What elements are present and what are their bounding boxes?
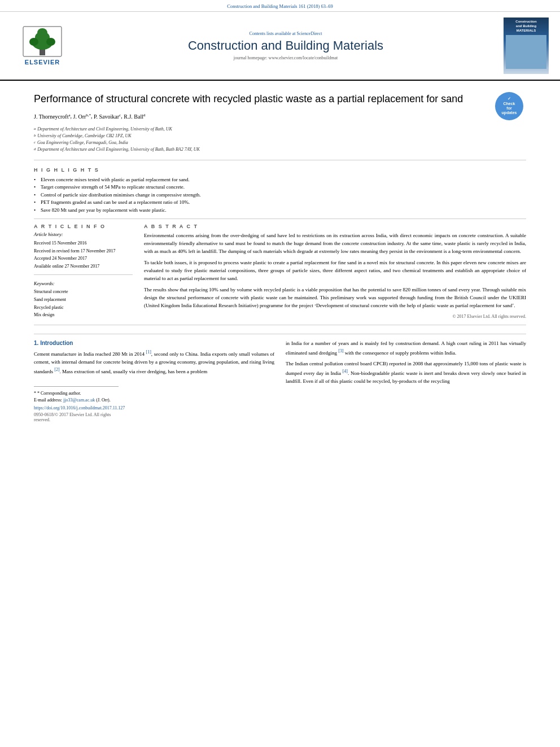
- abstract-para-3: The results show that replacing 10% sand…: [144, 286, 526, 310]
- affiliation-a-text: Department of Architecture and Civil Eng…: [37, 126, 172, 133]
- article-title-section: Performance of structural concrete with …: [34, 92, 526, 160]
- affiliation-d-sup: d: [34, 146, 36, 153]
- affiliation-b: b University of Cambridge, Cambridge CB2…: [34, 133, 487, 139]
- affiliation-c-text: Goa Engineering College, Farmagudi, Goa,…: [37, 139, 128, 146]
- author-4: R.J. Balld: [124, 113, 145, 120]
- intro-right-col: in India for a number of years and is ma…: [286, 340, 526, 422]
- received-date: Received 15 November 2016: [34, 239, 133, 247]
- intro-title: Introduction: [40, 340, 73, 346]
- intro-number: 1.: [34, 340, 38, 346]
- elsevier-logo: ELSEVIER: [11, 26, 73, 65]
- keywords-block: Keywords: Structural concrete Sand repla…: [34, 281, 133, 318]
- authors-line: J. Thorneycrofta, J. Orrb,*, P. Savoikar…: [34, 112, 487, 121]
- ref-2: [2]: [54, 367, 59, 372]
- abstract-label: A B S T R A C T: [144, 224, 526, 229]
- article-info-column: A R T I C L E I N F O Article history: R…: [34, 224, 133, 319]
- highlights-list: Eleven concrete mixes tested with plasti…: [34, 176, 526, 215]
- keyword-3: Recycled plastic: [34, 304, 133, 312]
- footnote-email-link[interactable]: jjo33@cam.ac.uk: [63, 397, 95, 403]
- affiliations-list: a Department of Architecture and Civil E…: [34, 126, 487, 153]
- journal-title: Construction and Building Materials: [79, 38, 492, 53]
- svg-point-5: [46, 38, 55, 46]
- check-for-updates-icon: ✓Checkforupdates: [495, 92, 523, 120]
- highlight-item-4: PET fragments graded as sand can be used…: [34, 199, 526, 207]
- ref-1: [1]: [146, 350, 151, 355]
- available-online-date: Available online 27 November 2017: [34, 263, 133, 270]
- elsevier-tree-icon: [23, 26, 62, 57]
- article-history-label: Article history:: [34, 231, 133, 237]
- journal-cover-area: Constructionand BuildingMATERIALS: [498, 18, 549, 74]
- highlights-section: H I G H L I G H T S Eleven concrete mixe…: [34, 167, 526, 220]
- keyword-4: Mix design: [34, 311, 133, 319]
- highlight-item-5: Save 820 Mt sand per year by replacement…: [34, 207, 526, 215]
- journal-reference-line: Construction and Building Materials 161 …: [0, 0, 560, 12]
- footnote-corresponding-text: * Corresponding author.: [37, 391, 81, 396]
- keywords-label: Keywords:: [34, 281, 133, 286]
- keyword-1: Structural concrete: [34, 288, 133, 296]
- highlight-item-3: Control of particle size distribution mi…: [34, 191, 526, 199]
- received-revised-date: Received in revised form 17 November 201…: [34, 247, 133, 255]
- intro-left-col: 1. Introduction Cement manufacture in In…: [34, 340, 274, 422]
- footnote-email-line: E-mail address: jjo33@cam.ac.uk (J. Orr)…: [34, 397, 119, 404]
- highlights-label: H I G H L I G H T S: [34, 167, 526, 173]
- ref-3: [3]: [338, 348, 343, 353]
- intro-body-text-right: in India for a number of years and is ma…: [286, 340, 526, 386]
- svg-point-3: [37, 28, 47, 37]
- check-for-updates-badge-area: ✓Checkforupdates: [495, 92, 526, 123]
- check-badge-text: ✓Checkforupdates: [502, 97, 517, 116]
- journal-header: ELSEVIER Contents lists available at Sci…: [0, 12, 560, 81]
- affiliation-b-sup: b: [34, 133, 36, 139]
- main-content-area: Performance of structural concrete with …: [0, 81, 560, 428]
- accepted-date: Accepted 24 November 2017: [34, 255, 133, 263]
- affiliation-c-sup: c: [34, 139, 36, 146]
- abstract-text-block: Environmental concerns arising from the …: [144, 232, 526, 309]
- article-info-abstract-section: A R T I C L E I N F O Article history: R…: [34, 224, 526, 325]
- journal-header-center: Contents lists available at ScienceDirec…: [79, 31, 492, 60]
- footnote-doi[interactable]: https://doi.org/10.1016/j.conbuildmat.20…: [34, 405, 119, 410]
- author-3: P. Savoikarc: [94, 113, 121, 120]
- highlight-item-1: Eleven concrete mixes tested with plasti…: [34, 176, 526, 184]
- journal-cover-image: Constructionand BuildingMATERIALS: [504, 18, 549, 74]
- footnote-corresponding: * * Corresponding author.: [34, 390, 119, 397]
- article-title-text-area: Performance of structural concrete with …: [34, 92, 487, 153]
- footnote-area: * * Corresponding author. E-mail address…: [34, 386, 119, 422]
- ref-4: [4]: [343, 369, 348, 374]
- author-4-sup: d: [143, 112, 146, 117]
- intro-heading: 1. Introduction: [34, 340, 274, 346]
- abstract-para-2: To tackle both issues, it is proposed to…: [144, 259, 526, 283]
- svg-point-4: [29, 38, 38, 46]
- intro-body-text-left: Cement manufacture in India reached 280 …: [34, 349, 274, 376]
- article-history-block: Article history: Received 15 November 20…: [34, 231, 133, 275]
- footnote-email-person: (J. Orr).: [96, 397, 111, 403]
- footer-issn: 0950-0618/© 2017 Elsevier Ltd. All right…: [34, 412, 119, 422]
- affiliation-d-text: Department of Architecture and Civil Eng…: [37, 146, 200, 153]
- intro-para-3: The Indian central pollution control boa…: [286, 360, 526, 386]
- affiliation-d: d Department of Architecture and Civil E…: [34, 146, 487, 153]
- contents-available-line: Contents lists available at ScienceDirec…: [79, 31, 492, 36]
- cover-title-text: Constructionand BuildingMATERIALS: [515, 20, 536, 33]
- copyright-line: © 2017 Elsevier Ltd. All rights reserved…: [144, 314, 526, 319]
- article-info-label: A R T I C L E I N F O: [34, 224, 133, 229]
- author-2: J. Orrb,*: [73, 113, 91, 120]
- affiliation-c: c Goa Engineering College, Farmagudi, Go…: [34, 139, 487, 146]
- introduction-section: 1. Introduction Cement manufacture in In…: [34, 334, 526, 422]
- sciencedirect-link[interactable]: ScienceDirect: [297, 31, 322, 36]
- abstract-para-1: Environmental concerns arising from the …: [144, 232, 526, 256]
- contents-text: Contents lists available at: [250, 31, 296, 36]
- cover-illustration: [506, 35, 546, 69]
- journal-ref-text: Construction and Building Materials 161 …: [227, 3, 333, 9]
- elsevier-brand-text: ELSEVIER: [25, 59, 60, 65]
- intro-para-1: Cement manufacture in India reached 280 …: [34, 349, 274, 376]
- author-3-sup: c: [119, 112, 121, 117]
- affiliation-a-sup: a: [34, 126, 36, 133]
- abstract-column: A B S T R A C T Environmental concerns a…: [144, 224, 526, 319]
- affiliation-b-text: University of Cambridge, Cambridge CB2 1…: [37, 133, 131, 139]
- introduction-two-col: 1. Introduction Cement manufacture in In…: [34, 340, 526, 422]
- footnote-email-label: E-mail address:: [34, 397, 62, 403]
- article-title: Performance of structural concrete with …: [34, 92, 487, 106]
- keyword-2: Sand replacement: [34, 296, 133, 304]
- intro-para-2: in India for a number of years and is ma…: [286, 340, 526, 357]
- journal-homepage: journal homepage: www.elsevier.com/locat…: [79, 55, 492, 60]
- author-2-sup: b,*: [86, 112, 91, 117]
- author-1: J. Thorneycrofta: [34, 113, 71, 120]
